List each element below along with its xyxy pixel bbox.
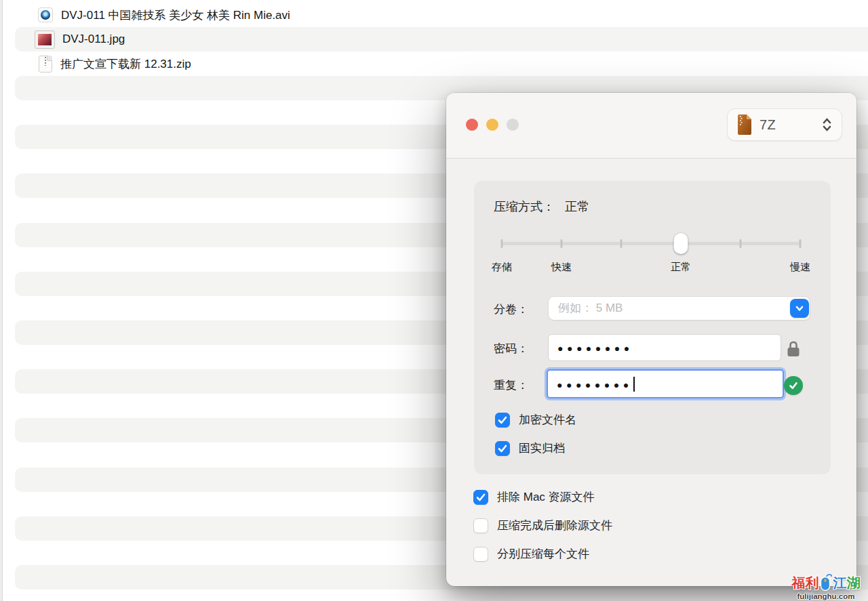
archive-settings-panel: 压缩方式： 正常 存储 快速 正常 慢速 分卷：	[474, 181, 831, 474]
file-name: DVJ-011 中国雑技系 美少女 林美 Rin Mie.avi	[61, 7, 290, 23]
password-match-check-icon	[784, 376, 803, 395]
slider-tick	[501, 239, 503, 248]
option-label: 固实归档	[519, 440, 565, 456]
slider-label-fast: 快速	[551, 261, 572, 274]
desktop: DVJ-011 中国雑技系 美少女 林美 Rin Mie.avi DVJ-011…	[0, 0, 868, 601]
slider-label-slow: 慢速	[790, 261, 810, 274]
split-label: 分卷：	[494, 302, 528, 317]
password-label: 密码：	[494, 341, 528, 356]
format-value: 7Z	[760, 117, 776, 133]
option-label: 压缩完成后删除源文件	[497, 518, 612, 533]
watermark-text-red: 福利	[792, 576, 819, 589]
video-file-icon	[38, 7, 53, 22]
site-watermark: 福利 江 湖 fulijianghu.com	[787, 573, 865, 600]
checkbox[interactable]	[473, 490, 488, 505]
file-row-jpg[interactable]: DVJ-011.jpg	[15, 27, 868, 51]
slider-thumb[interactable]	[674, 233, 688, 254]
option-delete-source-after[interactable]: 压缩完成后删除源文件	[473, 518, 612, 533]
archive-format-dropdown[interactable]: 7Z	[727, 108, 842, 141]
checkbox[interactable]	[473, 518, 488, 533]
repeat-label: 重复：	[494, 377, 528, 393]
dialog-titlebar[interactable]: 7Z	[446, 93, 856, 159]
option-compress-each-file[interactable]: 分别压缩每个文件	[473, 546, 589, 562]
watermark-text-green: 湖	[847, 576, 861, 589]
window-left-edge	[0, 0, 3, 601]
split-size-menu-button[interactable]	[790, 299, 809, 318]
compression-method-label: 压缩方式：	[494, 199, 555, 215]
password-input[interactable]: ●●●●●●●●	[548, 334, 781, 361]
quicktime-lens-icon	[41, 10, 50, 20]
image-file-icon	[35, 31, 54, 48]
slider-track[interactable]	[502, 242, 800, 245]
lock-icon	[785, 339, 802, 361]
mouse-icon	[820, 573, 833, 592]
split-size-input[interactable]	[548, 296, 810, 320]
watermark-text-blue: 江	[833, 576, 847, 589]
masked-password: ●●●●●●●●	[557, 342, 633, 353]
chevron-down-icon	[794, 303, 805, 314]
text-caret	[633, 377, 635, 392]
slider-label-normal: 正常	[671, 261, 691, 274]
checkbox[interactable]	[473, 547, 488, 562]
checkbox[interactable]	[495, 441, 510, 456]
masked-repeat-password: ●●●●●●●●	[557, 379, 633, 390]
chevron-up-down-icon	[822, 117, 832, 133]
slider-tick	[620, 239, 623, 248]
option-label: 加密文件名	[519, 412, 576, 428]
file-name: DVJ-011.jpg	[62, 33, 125, 46]
minimize-button[interactable]	[486, 119, 498, 131]
file-row-avi[interactable]: DVJ-011 中国雑技系 美少女 林美 Rin Mie.avi	[15, 3, 868, 27]
file-row-zip[interactable]: 推广文宣下载新 12.31.zip	[15, 51, 868, 76]
option-label: 排除 Mac 资源文件	[497, 489, 595, 505]
option-solid-archive[interactable]: 固实归档	[495, 440, 565, 456]
slider-tick	[740, 239, 742, 248]
compression-options-dialog: 7Z 压缩方式： 正常	[446, 93, 856, 586]
close-button[interactable]	[466, 119, 478, 131]
watermark-url: fulijianghu.com	[787, 592, 865, 600]
option-label: 分别压缩每个文件	[497, 546, 589, 562]
compression-method-value: 正常	[565, 199, 589, 215]
repeat-password-input-focused[interactable]: ●●●●●●●●	[547, 369, 784, 398]
slider-tick	[561, 239, 563, 248]
file-name: 推广文宣下载新 12.31.zip	[60, 56, 191, 72]
zoom-button-disabled	[507, 119, 519, 131]
zip-file-icon	[39, 56, 52, 72]
checkbox[interactable]	[495, 413, 510, 428]
compression-level-slider[interactable]: 存储 快速 正常 慢速	[502, 235, 800, 276]
slider-label-store: 存储	[492, 261, 512, 274]
option-exclude-mac-resources[interactable]: 排除 Mac 资源文件	[473, 489, 595, 505]
7z-archive-icon	[736, 114, 753, 136]
option-encrypt-filenames[interactable]: 加密文件名	[495, 412, 576, 428]
compression-method-row: 压缩方式： 正常	[494, 199, 589, 215]
slider-tick	[800, 239, 802, 248]
